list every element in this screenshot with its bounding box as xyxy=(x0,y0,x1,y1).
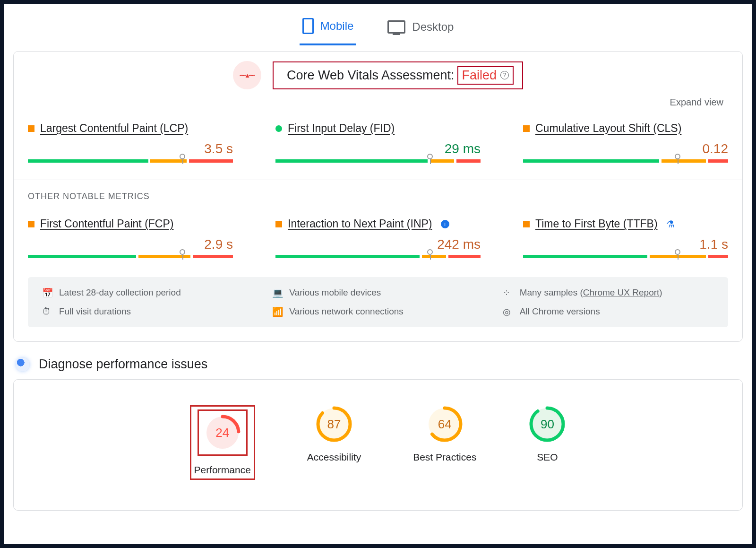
performance-score: 24 xyxy=(204,414,241,452)
devices-icon: 💻 xyxy=(272,287,283,298)
accessibility-score: 87 xyxy=(315,405,353,443)
status-square-orange-icon xyxy=(28,125,34,132)
seo-gauge: 90 xyxy=(528,405,566,443)
tab-desktop-label: Desktop xyxy=(412,20,454,34)
other-metrics-label: OTHER NOTABLE METRICS xyxy=(28,191,728,201)
info-icon[interactable]: i xyxy=(441,220,449,228)
metric-fcp-link[interactable]: First Contentful Paint (FCP) xyxy=(40,217,173,230)
assessment-label: Core Web Vitals Assessment: xyxy=(287,68,455,83)
wifi-icon: 📶 xyxy=(272,306,283,317)
accessibility-gauge: 87 xyxy=(315,405,353,443)
samples-icon: ⁘ xyxy=(503,287,513,298)
help-icon[interactable]: ? xyxy=(500,71,509,79)
info-network: 📶 Various network connections xyxy=(272,306,483,317)
performance-inner-box: 24 xyxy=(198,409,248,456)
desktop-icon xyxy=(387,20,405,34)
info-durations-text: Full visit durations xyxy=(59,306,131,317)
info-devices: 💻 Various mobile devices xyxy=(272,287,483,298)
timer-icon: ⏱ xyxy=(42,306,52,317)
status-square-orange-icon xyxy=(275,221,282,227)
info-devices-text: Various mobile devices xyxy=(289,287,381,298)
samples-prefix: Many samples ( xyxy=(520,287,583,297)
gauge-performance[interactable]: 24 Performance xyxy=(194,409,251,476)
lighthouse-icon xyxy=(16,358,29,371)
info-samples: ⁘ Many samples (Chrome UX Report) xyxy=(503,287,714,298)
gauge-best-practices[interactable]: 64 Best Practices xyxy=(413,405,476,480)
sparkline-icon: ⁓▴⁓ xyxy=(240,71,255,79)
info-versions-text: All Chrome versions xyxy=(520,306,600,317)
info-versions: ◎ All Chrome versions xyxy=(503,306,714,317)
metric-inp-value: 242 ms xyxy=(275,237,481,252)
metric-fid-bar xyxy=(275,159,481,163)
crux-report-link[interactable]: Chrome UX Report xyxy=(583,287,660,297)
metric-inp-bar xyxy=(275,255,481,258)
info-period-text: Latest 28-day collection period xyxy=(59,287,181,298)
info-period: 📅 Latest 28-day collection period xyxy=(42,287,253,298)
calendar-icon: 📅 xyxy=(42,287,52,298)
status-square-orange-icon xyxy=(28,221,34,227)
seo-label: SEO xyxy=(537,452,558,463)
status-dot-green-icon xyxy=(275,125,282,132)
tab-desktop[interactable]: Desktop xyxy=(385,13,456,45)
metric-fcp-bar xyxy=(28,255,233,258)
tab-mobile-label: Mobile xyxy=(320,19,354,33)
separator xyxy=(14,180,742,180)
performance-highlight-box: 24 Performance xyxy=(190,405,255,480)
gauge-accessibility[interactable]: 87 Accessibility xyxy=(307,405,361,480)
assessment-box: Core Web Vitals Assessment: Failed ? xyxy=(273,61,523,89)
status-square-orange-icon xyxy=(523,125,530,132)
metric-lcp: Largest Contentful Paint (LCP) 3.5 s xyxy=(28,122,233,163)
assessment-status-box: Failed ? xyxy=(457,66,514,85)
vitals-icon: ⁓▴⁓ xyxy=(233,61,261,89)
info-network-text: Various network connections xyxy=(289,306,404,317)
accessibility-label: Accessibility xyxy=(307,452,361,463)
metric-cls-link[interactable]: Cumulative Layout Shift (CLS) xyxy=(535,122,681,135)
metric-cls: Cumulative Layout Shift (CLS) 0.12 xyxy=(523,122,728,163)
gauge-seo[interactable]: 90 SEO xyxy=(528,405,566,480)
core-web-vitals-panel: ⁓▴⁓ Core Web Vitals Assessment: Failed ?… xyxy=(13,51,743,342)
metric-fid-link[interactable]: First Input Delay (FID) xyxy=(288,122,395,135)
metric-lcp-value: 3.5 s xyxy=(28,141,233,157)
best-practices-score: 64 xyxy=(426,405,464,443)
metric-ttfb-value: 1.1 s xyxy=(523,237,728,252)
chrome-icon: ◎ xyxy=(503,306,513,317)
best-practices-label: Best Practices xyxy=(413,452,476,463)
performance-label: Performance xyxy=(194,464,251,476)
best-practices-gauge: 64 xyxy=(426,405,464,443)
metric-lcp-bar xyxy=(28,159,233,163)
metric-fcp-value: 2.9 s xyxy=(28,237,233,252)
assessment-status: Failed xyxy=(462,68,497,83)
metric-inp-link[interactable]: Interaction to Next Paint (INP) xyxy=(288,217,432,230)
metric-ttfb-bar xyxy=(523,255,728,258)
collection-info-box: 📅 Latest 28-day collection period 💻 Vari… xyxy=(28,277,728,327)
metric-ttfb: Time to First Byte (TTFB) ⚗ 1.1 s xyxy=(523,217,728,258)
metric-lcp-link[interactable]: Largest Contentful Paint (LCP) xyxy=(40,122,188,135)
seo-score: 90 xyxy=(528,405,566,443)
assessment-row: ⁓▴⁓ Core Web Vitals Assessment: Failed ? xyxy=(28,61,728,89)
gauge-row: 24 Performance 87 Accessibility 64 Best … xyxy=(28,391,728,499)
tab-mobile[interactable]: Mobile xyxy=(300,13,357,45)
info-samples-text: Many samples (Chrome UX Report) xyxy=(520,287,662,298)
performance-gauge: 24 xyxy=(204,414,241,452)
metric-fcp: First Contentful Paint (FCP) 2.9 s xyxy=(28,217,233,258)
status-square-orange-icon xyxy=(523,221,530,227)
metric-cls-value: 0.12 xyxy=(523,141,728,157)
info-durations: ⏱ Full visit durations xyxy=(42,306,253,317)
primary-metrics-grid: Largest Contentful Paint (LCP) 3.5 s Fir… xyxy=(28,122,728,163)
device-tabs: Mobile Desktop xyxy=(13,9,743,45)
metric-ttfb-link[interactable]: Time to First Byte (TTFB) xyxy=(535,217,658,230)
diagnose-title: Diagnose performance issues xyxy=(39,357,207,372)
experimental-icon[interactable]: ⚗ xyxy=(666,218,675,230)
mobile-icon xyxy=(302,18,314,34)
metric-fid: First Input Delay (FID) 29 ms xyxy=(275,122,481,163)
expand-view-link[interactable]: Expand view xyxy=(28,97,723,108)
lighthouse-scores-panel: 24 Performance 87 Accessibility 64 Best … xyxy=(13,379,743,511)
metric-cls-bar xyxy=(523,159,728,163)
metric-fid-value: 29 ms xyxy=(275,141,481,157)
samples-suffix: ) xyxy=(659,287,662,297)
metric-inp: Interaction to Next Paint (INP) i 242 ms xyxy=(275,217,481,258)
other-metrics-grid: First Contentful Paint (FCP) 2.9 s Inter… xyxy=(28,217,728,258)
diagnose-header: Diagnose performance issues xyxy=(16,357,743,372)
